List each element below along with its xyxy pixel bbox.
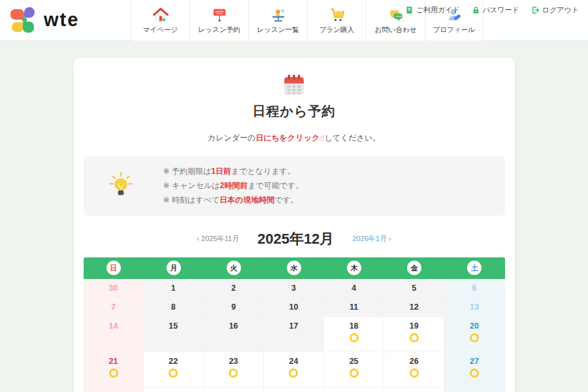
notice-emphasis: 2時間前 — [220, 181, 248, 190]
nav-item-label: レッスン一覧 — [257, 25, 299, 35]
calendar-day-cell[interactable]: 18 — [324, 317, 384, 352]
notice-list: ※ 予約期限は1日前までとなります。※ キャンセルは2時間前まで可能です。※ 時… — [163, 164, 304, 208]
brand-logo-icon — [10, 7, 37, 33]
nav-item-label: プラン購入 — [319, 25, 354, 35]
notice-emphasis: 1日前 — [211, 167, 231, 176]
day-number: 11 — [350, 302, 358, 312]
calendar-day-cell: 2 — [204, 279, 264, 298]
notice-box: ※ 予約期限は1日前までとなります。※ キャンセルは2時間前まで可能です。※ 時… — [84, 156, 505, 216]
nav-item-cart[interactable]: プラン購入 — [307, 0, 366, 41]
current-month-label: 2025年12月 — [257, 229, 334, 249]
nav-item-label: マイページ — [143, 25, 178, 35]
day-number: 4 — [351, 284, 356, 293]
available-slot-marker — [470, 368, 479, 378]
utility-links: ご利用ガイドパスワードログアウト — [405, 5, 579, 15]
available-slot-marker — [289, 368, 298, 378]
instruction-text: カレンダーの日にちをクリック☝してください。 — [84, 133, 505, 144]
notice-item: ※ 予約期限は1日前までとなります。 — [163, 164, 304, 178]
prev-month-link[interactable]: ‹ 2025年11月 — [197, 234, 239, 244]
calendar-day-cell[interactable]: 23 — [204, 352, 264, 387]
day-number: 10 — [289, 302, 299, 312]
utility-link-logout[interactable]: ログアウト — [531, 5, 579, 15]
notice-item: ※ 時刻はすべて日本の現地時間です。 — [163, 193, 304, 207]
day-number: 18 — [350, 321, 359, 331]
nav-item-label: プロフィール — [433, 25, 475, 35]
calendar-day-cell[interactable]: 26 — [384, 352, 444, 387]
calendar-day-cell: 14 — [84, 317, 144, 352]
calendar-day-cell[interactable]: 20 — [444, 317, 504, 352]
calendar-week-row: 28293031123 — [84, 387, 505, 392]
day-number: 15 — [169, 321, 178, 331]
calendar-day-cell: 13 — [444, 298, 504, 317]
day-number: 13 — [470, 302, 479, 312]
calendar-week-row: 14151617181920 — [84, 317, 505, 352]
calendar-day-cell[interactable]: 24 — [264, 352, 324, 387]
calendar-header-row: 日月火水木金土 — [84, 257, 505, 279]
cart-icon — [329, 7, 346, 24]
calendar-week-row: 30123456 — [84, 279, 505, 298]
chat-icon — [387, 7, 404, 24]
utility-link-lock[interactable]: パスワード — [472, 5, 519, 15]
calendar-day-cell: 4 — [324, 279, 384, 298]
notice-item: ※ キャンセルは2時間前まで可能です。 — [163, 178, 304, 193]
instruction-post: してください。 — [325, 133, 381, 142]
instruction-pre: カレンダーの — [208, 133, 255, 142]
calendar-week-row: 21222324252627 — [84, 352, 505, 387]
calendar-day-cell: 6 — [444, 279, 504, 298]
booking-card: 日程から予約 カレンダーの日にちをクリック☝してください。 ※ 予約期限は1日前… — [74, 57, 515, 392]
calendar-day-cell[interactable]: 21 — [84, 352, 144, 387]
calendar-day-cell: 30 — [84, 279, 144, 298]
logo-bubble-green — [23, 22, 34, 33]
utility-link-guide[interactable]: ご利用ガイド — [405, 5, 460, 15]
calendar-day-cell[interactable]: 2 — [384, 387, 444, 392]
calendar-day-cell: 11 — [324, 298, 384, 317]
guide-icon — [405, 6, 414, 14]
weekday-header-sat: 土 — [467, 261, 482, 275]
calendar-day-cell[interactable]: 1 — [324, 387, 384, 392]
weekday-header-wd-4: 木 — [347, 261, 361, 275]
logo-bubble-yellow — [12, 22, 24, 32]
calendar-day-cell[interactable]: 31 — [264, 387, 324, 392]
nav-item-signboard[interactable]: レッスン予約 — [189, 0, 248, 41]
logout-icon — [531, 6, 540, 14]
calendar-day-cell[interactable]: 22 — [144, 352, 204, 387]
day-number: 14 — [109, 321, 118, 331]
calendar-day-cell: 12 — [384, 298, 444, 317]
calendar-day-cell[interactable]: 19 — [384, 317, 444, 352]
month-nav: ‹ 2025年11月 2025年12月 2026年1月 › — [84, 229, 505, 249]
nav-item-label: レッスン予約 — [199, 25, 240, 35]
calendar-day-cell: 17 — [264, 317, 324, 352]
day-number: 3 — [291, 284, 296, 293]
calendar-day-cell: 7 — [84, 298, 144, 317]
lesson-monitor-icon — [270, 7, 287, 24]
day-number: 26 — [410, 357, 419, 366]
available-slot-marker — [410, 368, 419, 378]
day-number: 5 — [412, 284, 416, 293]
calendar-day-cell[interactable]: 29 — [144, 387, 204, 392]
calendar-day-cell: 10 — [264, 298, 324, 317]
brand-logo[interactable]: wte — [10, 7, 79, 33]
logo-dot-green — [22, 18, 27, 22]
nav-item-home[interactable]: マイページ — [131, 0, 189, 41]
next-month-link[interactable]: 2026年1月 › — [352, 234, 391, 244]
calendar-day-cell[interactable]: 30 — [204, 387, 264, 392]
nav-item-label: お問い合わせ — [375, 25, 417, 35]
day-number: 7 — [111, 302, 116, 312]
calendar-day-cell: 1 — [144, 279, 204, 298]
calendar-day-cell[interactable]: 3 — [444, 387, 504, 392]
day-number: 16 — [229, 321, 238, 331]
utility-link-label: ログアウト — [542, 5, 579, 15]
calendar-body: 3012345678910111213141516171819202122232… — [84, 279, 505, 392]
calendar-day-cell[interactable]: 25 — [324, 352, 384, 387]
calendar-day-cell[interactable]: 28 — [84, 387, 144, 392]
weekday-header-wd-2: 火 — [227, 261, 241, 275]
calendar-day-cell[interactable]: 27 — [444, 352, 504, 387]
nav-item-lesson-monitor[interactable]: レッスン一覧 — [248, 0, 307, 41]
calendar-day-cell: 16 — [204, 317, 264, 352]
day-number: 20 — [470, 321, 479, 331]
lightbulb-icon — [107, 172, 135, 199]
day-number: 19 — [410, 321, 419, 331]
day-number: 22 — [169, 357, 178, 366]
day-number: 8 — [171, 302, 176, 312]
calendar-day-cell: 8 — [144, 298, 204, 317]
